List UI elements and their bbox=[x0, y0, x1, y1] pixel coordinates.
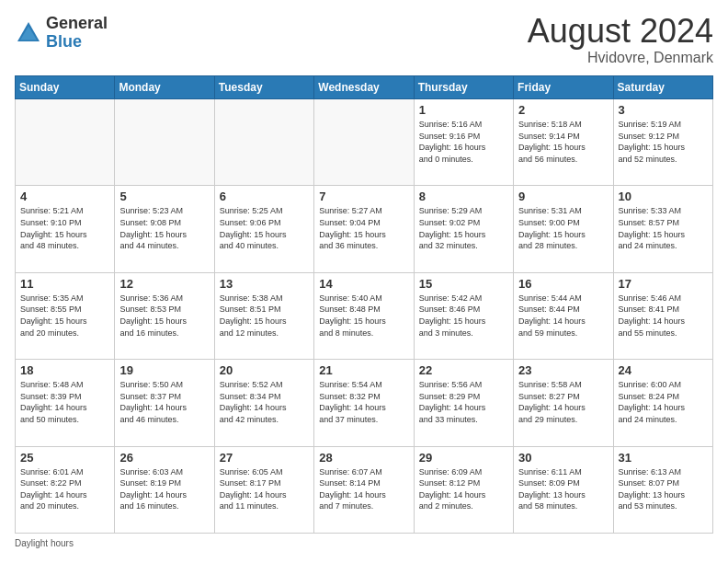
calendar-week-row: 4Sunrise: 5:21 AM Sunset: 9:10 PM Daylig… bbox=[16, 186, 713, 272]
day-number: 14 bbox=[319, 277, 408, 291]
day-info: Sunrise: 5:38 AM Sunset: 8:51 PM Dayligh… bbox=[220, 293, 309, 339]
day-number: 25 bbox=[20, 451, 109, 465]
calendar-week-row: 25Sunrise: 6:01 AM Sunset: 8:22 PM Dayli… bbox=[16, 446, 713, 533]
table-row: 15Sunrise: 5:42 AM Sunset: 8:46 PM Dayli… bbox=[414, 272, 513, 359]
col-wednesday: Wednesday bbox=[314, 76, 414, 99]
day-info: Sunrise: 6:11 AM Sunset: 8:09 PM Dayligh… bbox=[518, 466, 608, 512]
day-info: Sunrise: 5:18 AM Sunset: 9:14 PM Dayligh… bbox=[518, 119, 608, 165]
day-number: 20 bbox=[220, 363, 309, 377]
day-number: 19 bbox=[119, 363, 209, 377]
day-number: 21 bbox=[319, 363, 408, 377]
day-number: 13 bbox=[220, 277, 309, 291]
day-info: Sunrise: 5:16 AM Sunset: 9:16 PM Dayligh… bbox=[419, 119, 508, 165]
table-row: 21Sunrise: 5:54 AM Sunset: 8:32 PM Dayli… bbox=[314, 360, 414, 446]
day-info: Sunrise: 5:56 AM Sunset: 8:29 PM Dayligh… bbox=[419, 379, 508, 425]
day-info: Sunrise: 5:58 AM Sunset: 8:27 PM Dayligh… bbox=[518, 379, 608, 425]
table-row: 30Sunrise: 6:11 AM Sunset: 8:09 PM Dayli… bbox=[514, 446, 613, 533]
location: Hvidovre, Denmark bbox=[528, 50, 713, 66]
table-row bbox=[115, 99, 214, 186]
day-info: Sunrise: 5:40 AM Sunset: 8:48 PM Dayligh… bbox=[319, 293, 408, 339]
day-info: Sunrise: 5:50 AM Sunset: 8:37 PM Dayligh… bbox=[119, 379, 209, 425]
day-info: Sunrise: 5:46 AM Sunset: 8:41 PM Dayligh… bbox=[619, 293, 708, 339]
day-number: 16 bbox=[518, 277, 608, 291]
col-saturday: Saturday bbox=[613, 76, 712, 99]
table-row: 16Sunrise: 5:44 AM Sunset: 8:44 PM Dayli… bbox=[514, 272, 613, 359]
calendar-week-row: 18Sunrise: 5:48 AM Sunset: 8:39 PM Dayli… bbox=[16, 360, 713, 446]
col-monday: Monday bbox=[115, 76, 214, 99]
col-sunday: Sunday bbox=[16, 76, 115, 99]
day-info: Sunrise: 5:25 AM Sunset: 9:06 PM Dayligh… bbox=[220, 205, 309, 251]
day-info: Sunrise: 5:21 AM Sunset: 9:10 PM Dayligh… bbox=[20, 205, 109, 251]
table-row: 28Sunrise: 6:07 AM Sunset: 8:14 PM Dayli… bbox=[314, 446, 414, 533]
table-row bbox=[16, 99, 115, 186]
day-number: 12 bbox=[119, 277, 209, 291]
table-row: 22Sunrise: 5:56 AM Sunset: 8:29 PM Dayli… bbox=[414, 360, 513, 446]
day-info: Sunrise: 6:00 AM Sunset: 8:24 PM Dayligh… bbox=[619, 379, 708, 425]
logo: General Blue bbox=[15, 15, 108, 52]
day-number: 30 bbox=[518, 451, 608, 465]
day-info: Sunrise: 5:29 AM Sunset: 9:02 PM Dayligh… bbox=[419, 205, 508, 251]
col-thursday: Thursday bbox=[414, 76, 513, 99]
table-row: 27Sunrise: 6:05 AM Sunset: 8:17 PM Dayli… bbox=[214, 446, 313, 533]
calendar-header-row: Sunday Monday Tuesday Wednesday Thursday… bbox=[16, 76, 713, 99]
day-info: Sunrise: 5:44 AM Sunset: 8:44 PM Dayligh… bbox=[518, 293, 608, 339]
calendar-week-row: 1Sunrise: 5:16 AM Sunset: 9:16 PM Daylig… bbox=[16, 99, 713, 186]
day-info: Sunrise: 5:33 AM Sunset: 8:57 PM Dayligh… bbox=[619, 205, 708, 251]
table-row bbox=[214, 99, 313, 186]
day-info: Sunrise: 5:48 AM Sunset: 8:39 PM Dayligh… bbox=[20, 379, 109, 425]
table-row: 1Sunrise: 5:16 AM Sunset: 9:16 PM Daylig… bbox=[414, 99, 513, 186]
table-row: 24Sunrise: 6:00 AM Sunset: 8:24 PM Dayli… bbox=[613, 360, 712, 446]
table-row: 3Sunrise: 5:19 AM Sunset: 9:12 PM Daylig… bbox=[613, 99, 712, 186]
day-info: Sunrise: 5:27 AM Sunset: 9:04 PM Dayligh… bbox=[319, 205, 408, 251]
day-number: 15 bbox=[419, 277, 508, 291]
day-number: 18 bbox=[20, 363, 109, 377]
table-row bbox=[314, 99, 414, 186]
table-row: 31Sunrise: 6:13 AM Sunset: 8:07 PM Dayli… bbox=[613, 446, 712, 533]
table-row: 9Sunrise: 5:31 AM Sunset: 9:00 PM Daylig… bbox=[514, 186, 613, 272]
table-row: 10Sunrise: 5:33 AM Sunset: 8:57 PM Dayli… bbox=[613, 186, 712, 272]
table-row: 14Sunrise: 5:40 AM Sunset: 8:48 PM Dayli… bbox=[314, 272, 414, 359]
table-row: 11Sunrise: 5:35 AM Sunset: 8:55 PM Dayli… bbox=[16, 272, 115, 359]
table-row: 6Sunrise: 5:25 AM Sunset: 9:06 PM Daylig… bbox=[214, 186, 313, 272]
table-row: 29Sunrise: 6:09 AM Sunset: 8:12 PM Dayli… bbox=[414, 446, 513, 533]
day-info: Sunrise: 5:52 AM Sunset: 8:34 PM Dayligh… bbox=[220, 379, 309, 425]
table-row: 17Sunrise: 5:46 AM Sunset: 8:41 PM Dayli… bbox=[613, 272, 712, 359]
table-row: 25Sunrise: 6:01 AM Sunset: 8:22 PM Dayli… bbox=[16, 446, 115, 533]
day-number: 6 bbox=[220, 190, 309, 203]
day-number: 8 bbox=[419, 190, 508, 203]
day-number: 28 bbox=[319, 451, 408, 465]
day-number: 17 bbox=[619, 277, 708, 291]
table-row: 12Sunrise: 5:36 AM Sunset: 8:53 PM Dayli… bbox=[115, 272, 214, 359]
table-row: 2Sunrise: 5:18 AM Sunset: 9:14 PM Daylig… bbox=[514, 99, 613, 186]
table-row: 20Sunrise: 5:52 AM Sunset: 8:34 PM Dayli… bbox=[214, 360, 313, 446]
page: General Blue August 2024 Hvidovre, Denma… bbox=[0, 0, 728, 563]
day-number: 11 bbox=[20, 277, 109, 291]
day-number: 10 bbox=[619, 190, 708, 203]
day-number: 3 bbox=[619, 103, 708, 117]
day-number: 2 bbox=[518, 103, 608, 117]
day-info: Sunrise: 5:19 AM Sunset: 9:12 PM Dayligh… bbox=[619, 119, 708, 165]
table-row: 23Sunrise: 5:58 AM Sunset: 8:27 PM Dayli… bbox=[514, 360, 613, 446]
day-number: 24 bbox=[619, 363, 708, 377]
logo-icon bbox=[15, 19, 42, 47]
day-info: Sunrise: 5:36 AM Sunset: 8:53 PM Dayligh… bbox=[119, 293, 209, 339]
day-number: 29 bbox=[419, 451, 508, 465]
footer-note: Daylight hours bbox=[15, 538, 713, 548]
table-row: 8Sunrise: 5:29 AM Sunset: 9:02 PM Daylig… bbox=[414, 186, 513, 272]
calendar-week-row: 11Sunrise: 5:35 AM Sunset: 8:55 PM Dayli… bbox=[16, 272, 713, 359]
day-info: Sunrise: 6:03 AM Sunset: 8:19 PM Dayligh… bbox=[119, 466, 209, 512]
col-friday: Friday bbox=[514, 76, 613, 99]
calendar: Sunday Monday Tuesday Wednesday Thursday… bbox=[15, 75, 713, 534]
table-row: 13Sunrise: 5:38 AM Sunset: 8:51 PM Dayli… bbox=[214, 272, 313, 359]
title-block: August 2024 Hvidovre, Denmark bbox=[528, 15, 713, 66]
day-number: 4 bbox=[20, 190, 109, 203]
day-number: 31 bbox=[619, 451, 708, 465]
table-row: 5Sunrise: 5:23 AM Sunset: 9:08 PM Daylig… bbox=[115, 186, 214, 272]
day-info: Sunrise: 6:09 AM Sunset: 8:12 PM Dayligh… bbox=[419, 466, 508, 512]
day-info: Sunrise: 6:07 AM Sunset: 8:14 PM Dayligh… bbox=[319, 466, 408, 512]
day-number: 27 bbox=[220, 451, 309, 465]
month-title: August 2024 bbox=[528, 15, 713, 48]
col-tuesday: Tuesday bbox=[214, 76, 313, 99]
day-number: 5 bbox=[119, 190, 209, 203]
day-info: Sunrise: 6:01 AM Sunset: 8:22 PM Dayligh… bbox=[20, 466, 109, 512]
